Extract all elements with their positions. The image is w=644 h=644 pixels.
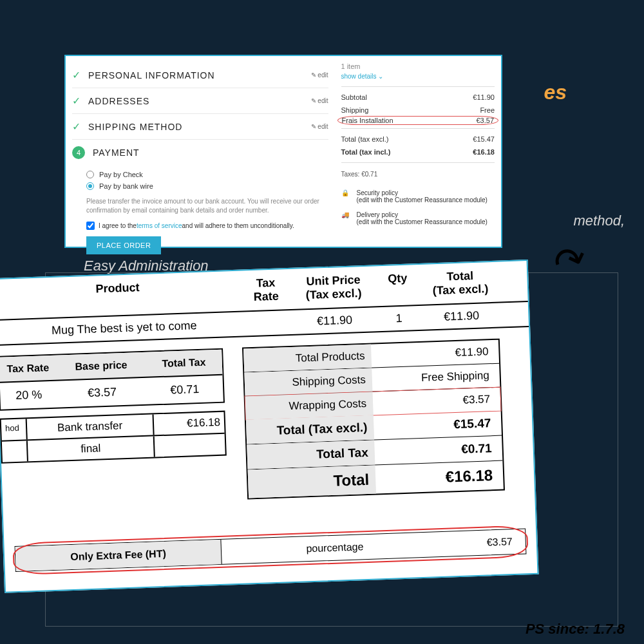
td-total: €11.90 — [421, 308, 512, 325]
ef-label: Only Extra Fee (HT) — [15, 540, 222, 571]
th-unit: Unit Price(Tax excl.) — [291, 272, 375, 303]
tax-table: Tax RateBase priceTotal Tax 20 %€3.57€0.… — [0, 348, 225, 411]
checkout-panel: ✓ PERSONAL INFORMATION ✎ edit ✓ ADDRESSE… — [64, 55, 502, 248]
ef-mode: pourcentage — [221, 532, 448, 564]
th-total: Total(Tax excl.) — [420, 268, 511, 298]
terms-checkbox[interactable] — [86, 222, 95, 230]
truck-icon: 🚚 — [341, 211, 353, 218]
show-details-link[interactable]: show details ⌄ — [341, 73, 495, 80]
checkout-steps: ✓ PERSONAL INFORMATION ✎ edit ✓ ADDRESSE… — [66, 56, 335, 247]
totals-table: Total Products€11.90 Shipping CostsFree … — [242, 339, 505, 500]
step-personal[interactable]: ✓ PERSONAL INFORMATION ✎ edit — [72, 62, 328, 88]
radio-icon — [86, 182, 94, 190]
sum-fee: Frais Installation€3.57 — [337, 116, 499, 125]
th-product: Product — [0, 278, 241, 313]
step-shipping[interactable]: ✓ SHIPPING METHOD ✎ edit — [72, 114, 328, 140]
edit-link[interactable]: ✎ edit — [311, 123, 328, 130]
terms-row[interactable]: I agree to the terms of service and will… — [86, 222, 328, 230]
step-title: PERSONAL INFORMATION — [88, 70, 215, 80]
pay-check[interactable]: Pay by Check — [86, 169, 328, 180]
td-unit: €11.90 — [292, 312, 377, 329]
radio-icon — [86, 171, 94, 178]
step-number: 4 — [72, 146, 85, 159]
terms-pre: I agree to the — [99, 222, 137, 229]
bg-text-method: method, — [574, 213, 625, 229]
step-title: ADDRESSES — [88, 96, 149, 106]
sum-subtotal: Subtotal€11.90 — [341, 91, 495, 104]
delivery-policy: 🚚 Delivery policy(edit with the Customer… — [341, 211, 495, 225]
ef-val: €3.57 — [448, 529, 526, 556]
th-qty: Qty — [375, 271, 421, 299]
sum-total-excl: Total (tax excl.)€15.47 — [341, 133, 495, 146]
edit-link[interactable]: ✎ edit — [311, 71, 328, 79]
payment-note: Please transfer the invoice amount to ou… — [86, 197, 328, 215]
sum-total-incl: Total (tax incl.)€16.18 — [341, 146, 495, 158]
check-icon: ✓ — [72, 120, 80, 133]
radio-label: Pay by bank wire — [99, 182, 153, 190]
sum-taxes: Taxes: €0.71 — [341, 167, 495, 182]
payment-body: Pay by Check Pay by bank wire Please tra… — [72, 166, 328, 254]
terms-link[interactable]: terms of service — [137, 222, 182, 229]
step-payment: 4 PAYMENT — [72, 140, 328, 166]
order-summary: 1 item show details ⌄ Subtotal€11.90 Shi… — [335, 56, 502, 247]
payment-table: hodBank transfer€16.18 final — [0, 411, 227, 464]
lock-icon: 🔒 — [341, 189, 353, 196]
edit-link[interactable]: ✎ edit — [311, 97, 328, 104]
item-count: 1 item — [341, 62, 495, 70]
step-title: SHIPPING METHOD — [88, 122, 182, 132]
invoice-panel: Product TaxRate Unit Price(Tax excl.) Qt… — [0, 260, 539, 593]
pay-wire[interactable]: Pay by bank wire — [86, 180, 328, 192]
radio-label: Pay by Check — [99, 171, 143, 178]
td-qty: 1 — [376, 311, 422, 326]
extra-fee-row: Only Extra Fee (HT) pourcentage €3.57 — [15, 528, 527, 572]
check-icon: ✓ — [72, 95, 80, 107]
security-policy: 🔒 Security policy(edit with the Customer… — [341, 189, 495, 204]
step-addresses[interactable]: ✓ ADDRESSES ✎ edit — [72, 88, 328, 114]
sum-shipping: ShippingFree — [341, 104, 495, 117]
step-title: PAYMENT — [93, 147, 140, 158]
check-icon: ✓ — [72, 69, 80, 81]
th-tax: TaxRate — [240, 276, 292, 305]
terms-post: and will adhere to them unconditionally. — [182, 222, 294, 229]
ps-version: PS since: 1.7.8 — [526, 621, 625, 638]
bg-text-es: es — [544, 80, 567, 104]
place-order-button[interactable]: PLACE ORDER — [86, 236, 161, 254]
td-product: Mug The best is yet to come — [0, 317, 242, 339]
